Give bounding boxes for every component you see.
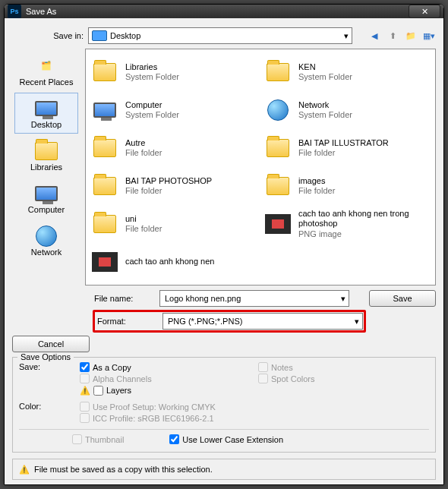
lowercase-ext-checkbox[interactable]: Use Lower Case Extension <box>169 434 283 444</box>
places-bar: 🗂️ Recent Places Desktop Libraries Compu… <box>12 49 80 286</box>
folder-icon <box>90 210 119 238</box>
computer-icon <box>34 183 58 204</box>
format-label: Format: <box>96 317 159 326</box>
list-item[interactable]: LibrariesSystem Folder <box>90 54 257 90</box>
file-list[interactable]: LibrariesSystem FolderKENSystem FolderCo… <box>85 49 436 286</box>
save-in-value: Desktop <box>110 31 140 40</box>
recent-places-icon: 🗂️ <box>34 55 58 77</box>
format-highlight: Format: PNG (*.PNG;*.PNS) ▾ <box>93 310 366 333</box>
file-name-input[interactable]: Logo khong nen.png ▾ <box>159 290 349 307</box>
libraries-icon <box>34 140 58 162</box>
list-item[interactable]: NetworkSystem Folder <box>263 92 431 128</box>
place-recent[interactable]: 🗂️ Recent Places <box>14 50 78 91</box>
warning-icon: ⚠️ <box>80 385 90 396</box>
save-in-dropdown[interactable]: Desktop ▾ <box>88 27 352 44</box>
list-item[interactable]: ComputerSystem Folder <box>90 92 257 128</box>
format-dropdown[interactable]: PNG (*.PNG;*.PNS) ▾ <box>162 313 363 330</box>
save-options-legend: Save Options <box>17 352 74 361</box>
chevron-down-icon: ▾ <box>341 294 345 304</box>
save-in-label: Save in: <box>49 31 84 40</box>
monitor-icon <box>90 96 119 125</box>
cancel-button[interactable]: Cancel <box>12 336 90 352</box>
warning-icon: ⚠️ <box>19 464 30 475</box>
folder-icon <box>263 172 292 200</box>
folder-icon <box>263 58 292 87</box>
place-desktop[interactable]: Desktop <box>14 93 78 134</box>
color-label: Color: <box>19 402 72 411</box>
view-menu-icon[interactable]: ▦▾ <box>422 29 436 43</box>
spot-colors-checkbox: Spot Colors <box>258 374 429 383</box>
list-item[interactable]: KENSystem Folder <box>263 54 431 90</box>
place-network[interactable]: Network <box>14 220 78 261</box>
up-icon[interactable]: ⬆ <box>386 29 399 43</box>
place-computer[interactable]: Computer <box>14 178 78 219</box>
place-libraries[interactable]: Libraries <box>14 135 78 176</box>
list-item[interactable]: BAI TAP ILLUSTRATORFile folder <box>263 130 431 166</box>
save-button[interactable]: Save <box>369 290 436 307</box>
list-item[interactable]: imagesFile folder <box>263 168 431 204</box>
folder-icon <box>263 134 292 162</box>
thumb-icon <box>263 210 292 238</box>
notes-checkbox: Notes <box>258 362 429 372</box>
titlebar[interactable]: Ps Save As ✕ <box>5 5 443 18</box>
back-icon[interactable]: ◀ <box>368 29 381 43</box>
info-message: ⚠️ File must be saved as a copy with thi… <box>12 459 436 480</box>
network-icon <box>34 226 58 247</box>
as-copy-checkbox[interactable]: As a Copy <box>80 362 251 372</box>
list-item[interactable]: cach tao anh khong nen <box>90 244 257 280</box>
folder-icon <box>90 134 119 162</box>
save-options-group: Save Options Save: As a Copy Alpha Chann… <box>12 357 436 453</box>
new-folder-icon[interactable]: 📁 <box>404 29 418 43</box>
list-item[interactable]: cach tao anh khong nen trong photoshopPN… <box>263 206 431 242</box>
save-as-dialog: Ps Save As ✕ Save in: Desktop ▾ ◀ ⬆ 📁 ▦▾… <box>4 4 444 485</box>
list-item[interactable]: AutreFile folder <box>90 130 257 166</box>
proof-setup-checkbox: Use Proof Setup: Working CMYK <box>80 402 429 412</box>
list-item[interactable]: BAI TAP PHOTOSHOPFile folder <box>90 168 257 204</box>
thumb-icon <box>90 248 119 276</box>
desktop-icon <box>34 98 58 119</box>
chevron-down-icon: ▾ <box>355 317 359 327</box>
layers-checkbox[interactable]: ⚠️Layers <box>80 385 251 396</box>
list-item[interactable]: uniFile folder <box>90 206 257 242</box>
thumbnail-checkbox: Thumbnail <box>72 434 124 444</box>
app-icon: Ps <box>8 5 21 18</box>
folder-icon <box>90 58 119 87</box>
globe-icon <box>263 96 292 125</box>
chevron-down-icon: ▾ <box>344 31 349 41</box>
desktop-icon <box>92 30 107 41</box>
window-title: Save As <box>26 7 409 16</box>
save-label: Save: <box>19 362 72 371</box>
close-button[interactable]: ✕ <box>409 5 440 18</box>
folder-icon <box>90 172 119 200</box>
alpha-channels-checkbox: Alpha Channels <box>80 374 251 383</box>
icc-profile-checkbox: ICC Profile: sRGB IEC61966-2.1 <box>80 413 429 423</box>
file-name-label: File name: <box>93 294 156 303</box>
